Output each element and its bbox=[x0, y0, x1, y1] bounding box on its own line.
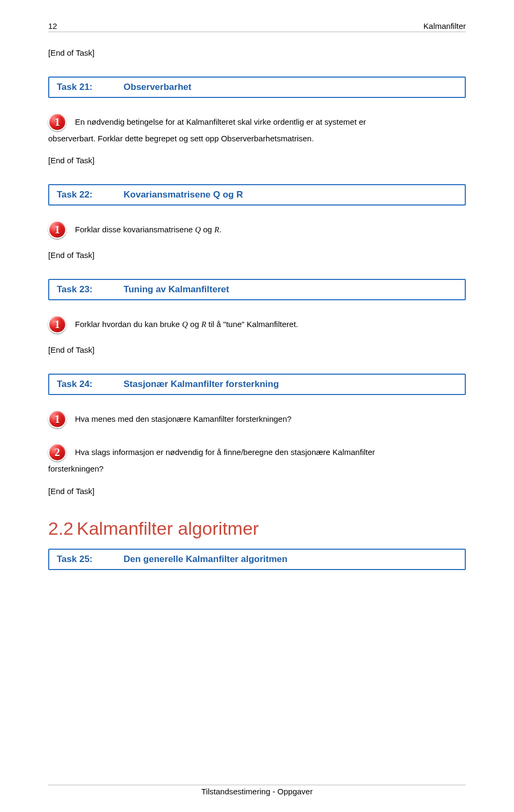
question-text-cont: observerbart. Forklar dette begrepet og … bbox=[48, 133, 466, 144]
math-var: Q bbox=[182, 320, 188, 329]
page-footer: Tilstandsestimering - Oppgaver bbox=[48, 785, 466, 796]
footer-text: Tilstandsestimering - Oppgaver bbox=[48, 787, 466, 796]
question-text-cont: forsterkningen? bbox=[48, 464, 466, 474]
footer-rule bbox=[48, 785, 466, 785]
badge-1-icon: 1 bbox=[48, 315, 66, 333]
section-title: Kalmanfilter algoritmer bbox=[77, 518, 259, 539]
task-label: Task 21: bbox=[57, 82, 93, 93]
end-of-task: [End of Task] bbox=[48, 251, 466, 260]
badge-2-icon: 2 bbox=[48, 443, 66, 461]
task-title: Den generelle Kalmanfilter algoritmen bbox=[124, 554, 288, 565]
question-text: Forklar disse kovariansmatrisene Q og R. bbox=[75, 224, 221, 235]
task-title: Observerbarhet bbox=[124, 82, 192, 93]
badge-1-icon: 1 bbox=[48, 113, 66, 131]
task-label: Task 25: bbox=[57, 554, 93, 565]
math-var: Q bbox=[195, 225, 201, 234]
question-text: Forklar hvordan du kan bruke Q og R til … bbox=[75, 319, 298, 330]
page-number: 12 bbox=[48, 21, 57, 31]
badge-1-icon: 1 bbox=[48, 221, 66, 239]
math-var: R bbox=[201, 320, 206, 329]
page: 12 Kalmanfilter [End of Task] Task 21: O… bbox=[0, 0, 514, 812]
task-title: Tuning av Kalmanfilteret bbox=[124, 284, 229, 295]
task-box: Task 23: Tuning av Kalmanfilteret bbox=[48, 279, 466, 300]
question-item: 1 Forklar disse kovariansmatrisene Q og … bbox=[48, 221, 466, 239]
task-label: Task 24: bbox=[57, 379, 93, 390]
end-of-task: [End of Task] bbox=[48, 156, 466, 165]
end-of-task: [End of Task] bbox=[48, 345, 466, 354]
question-item: 1 En nødvendig betingelse for at Kalmanf… bbox=[48, 113, 466, 131]
question-text: En nødvendig betingelse for at Kalmanfil… bbox=[75, 117, 366, 127]
task-box: Task 21: Observerbarhet bbox=[48, 77, 466, 98]
task-box: Task 24: Stasjonær Kalmanfilter forsterk… bbox=[48, 374, 466, 395]
task-title: Stasjonær Kalmanfilter forsterkning bbox=[124, 379, 279, 390]
section-heading: 2.2 Kalmanfilter algoritmer bbox=[48, 518, 466, 539]
section-number: 2.2 bbox=[48, 518, 73, 539]
question-text: Hva slags informasjon er nødvendig for å… bbox=[75, 447, 375, 458]
chapter-title: Kalmanfilter bbox=[424, 21, 466, 31]
task-box: Task 22: Kovariansmatrisene Q og R bbox=[48, 184, 466, 206]
task-title: Kovariansmatrisene Q og R bbox=[124, 189, 243, 200]
task-label: Task 22: bbox=[57, 189, 93, 200]
math-var: R bbox=[214, 225, 219, 234]
end-of-task: [End of Task] bbox=[48, 48, 466, 57]
page-header: 12 Kalmanfilter bbox=[48, 21, 466, 31]
question-text: Hva menes med den stasjonære Kamanfilter… bbox=[75, 414, 291, 424]
question-item: 1 Forklar hvordan du kan bruke Q og R ti… bbox=[48, 315, 466, 333]
question-item: 1 Hva menes med den stasjonære Kamanfilt… bbox=[48, 410, 466, 428]
end-of-task: [End of Task] bbox=[48, 487, 466, 496]
badge-1-icon: 1 bbox=[48, 410, 66, 428]
task-box: Task 25: Den generelle Kalmanfilter algo… bbox=[48, 549, 466, 570]
task-label: Task 23: bbox=[57, 284, 93, 295]
question-item: 2 Hva slags informasjon er nødvendig for… bbox=[48, 443, 466, 461]
header-rule bbox=[48, 32, 466, 32]
